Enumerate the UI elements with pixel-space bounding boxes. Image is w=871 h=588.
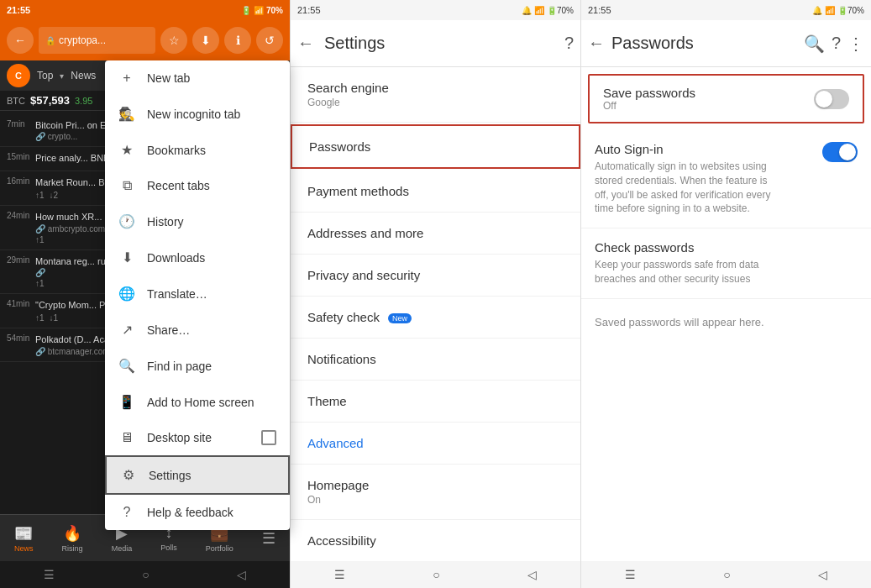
sys-recent-2[interactable]: ☰	[334, 568, 345, 581]
status-icons-3: 🔔 📶 🔋70%	[812, 6, 864, 15]
notification-icon-3: 🔔	[812, 6, 822, 15]
settings-back-button[interactable]: ←	[297, 34, 314, 53]
bookmark-button[interactable]: ☆	[160, 27, 187, 54]
dropdown-menu: + New tab 🕵 New incognito tab ★ Bookmark…	[105, 60, 290, 530]
downloads-icon: ⬇	[118, 249, 135, 265]
download-button[interactable]: ⬇	[192, 27, 219, 54]
sys-home-2[interactable]: ○	[433, 568, 439, 581]
passwords-header: ← Passwords 🔍 ? ⋮	[581, 20, 871, 67]
share-icon: ↗	[118, 322, 135, 338]
new-tab-icon: +	[118, 71, 135, 86]
nav-menu[interactable]: ☰	[262, 529, 275, 548]
check-passwords-title: Check passwords	[595, 240, 779, 255]
passwords-help-button[interactable]: ?	[832, 34, 841, 53]
nav-news[interactable]: 📰 News	[14, 524, 34, 553]
battery-icon-2: 🔋70%	[547, 6, 574, 15]
battery-icon-1: 🔋	[241, 6, 251, 15]
passwords-more-button[interactable]: ⋮	[847, 34, 864, 54]
time-3: 21:55	[588, 5, 611, 15]
settings-icon: ⚙	[120, 467, 137, 483]
rising-icon: 🔥	[63, 524, 81, 543]
auto-sign-in-toggle[interactable]	[822, 142, 858, 162]
menu-help-feedback[interactable]: ? Help & feedback	[105, 495, 290, 530]
auto-sign-in-toggle-thumb	[839, 144, 856, 160]
history-icon: 🕐	[118, 213, 135, 229]
auto-sign-in-option[interactable]: Auto Sign-in Automatically sign in to we…	[581, 130, 871, 228]
menu-history[interactable]: 🕐 History	[105, 203, 290, 239]
check-passwords-option[interactable]: Check passwords Keep your passwords safe…	[581, 228, 871, 299]
nav-rising-label: Rising	[62, 544, 83, 553]
settings-header: ← Settings ?	[291, 20, 580, 67]
menu-bookmarks[interactable]: ★ Bookmarks	[105, 132, 290, 168]
sys-back-2[interactable]: ◁	[527, 568, 537, 581]
settings-privacy-security[interactable]: Privacy and security	[291, 255, 580, 297]
status-icons-2: 🔔 📶 🔋70%	[522, 6, 574, 15]
settings-theme[interactable]: Theme	[291, 381, 580, 423]
status-bar-3: 21:55 🔔 📶 🔋70%	[581, 0, 871, 20]
menu-new-incognito-tab[interactable]: 🕵 New incognito tab	[105, 96, 290, 132]
save-passwords-status: Off	[603, 100, 695, 112]
browser-toolbar: ← 🔒 cryptopa... ☆ ⬇ ℹ ↺	[0, 20, 290, 60]
sys-recent-1[interactable]: ☰	[44, 568, 55, 581]
status-bar-1: 21:55 🔋 📶 70%	[0, 0, 290, 20]
settings-notifications[interactable]: Notifications	[291, 339, 580, 381]
signal-icon-1: 📶	[254, 6, 264, 15]
menu-add-to-home[interactable]: 📱 Add to Home screen	[105, 384, 290, 420]
settings-addresses[interactable]: Addresses and more	[291, 213, 580, 255]
new-badge: New	[388, 313, 412, 323]
settings-homepage[interactable]: Homepage On	[291, 465, 580, 520]
save-passwords-toggle-thumb	[816, 91, 832, 108]
url-bar[interactable]: 🔒 cryptopa...	[39, 27, 155, 54]
menu-share[interactable]: ↗ Share…	[105, 312, 290, 348]
incognito-icon: 🕵	[118, 106, 135, 122]
passwords-search-button[interactable]: 🔍	[804, 34, 825, 54]
settings-help-button[interactable]: ?	[564, 34, 574, 53]
settings-payment-methods[interactable]: Payment methods	[291, 171, 580, 213]
saved-passwords-placeholder: Saved passwords will appear here.	[581, 299, 871, 345]
desktop-icon: 🖥	[118, 430, 135, 445]
sys-nav-2: ☰ ○ ◁	[291, 561, 580, 588]
sys-home-1[interactable]: ○	[142, 568, 149, 581]
tab-news-label[interactable]: News	[71, 70, 96, 81]
nav-rising[interactable]: 🔥 Rising	[62, 524, 83, 553]
info-button[interactable]: ℹ	[224, 27, 251, 54]
signal-icon-2: 📶	[534, 6, 544, 15]
desktop-site-checkbox[interactable]	[261, 430, 276, 445]
status-icons-1: 🔋 📶 70%	[241, 6, 283, 15]
signal-icon-3: 📶	[825, 6, 835, 15]
menu-desktop-site[interactable]: 🖥 Desktop site	[105, 420, 290, 455]
notification-icon-2: 🔔	[522, 6, 532, 15]
battery-icon-3: 🔋70%	[837, 6, 864, 15]
settings-passwords[interactable]: Passwords	[291, 124, 580, 169]
sys-home-3[interactable]: ○	[723, 568, 730, 581]
panel-passwords: 21:55 🔔 📶 🔋70% ← Passwords 🔍 ? ⋮ Save pa…	[580, 0, 871, 588]
status-bar-2: 21:55 🔔 📶 🔋70%	[291, 0, 580, 20]
settings-title: Settings	[324, 34, 554, 53]
auto-sign-in-desc: Automatically sign in to websites using …	[595, 160, 779, 216]
passwords-back-button[interactable]: ←	[588, 34, 605, 53]
sys-recent-3[interactable]: ☰	[625, 568, 636, 581]
settings-list: Search engine Google Passwords Payment m…	[291, 67, 580, 561]
settings-advanced[interactable]: Advanced	[291, 423, 580, 465]
menu-settings[interactable]: ⚙ Settings	[105, 455, 290, 495]
sys-back-1[interactable]: ◁	[237, 568, 246, 581]
url-text: cryptopa...	[59, 34, 106, 46]
refresh-button[interactable]: ↺	[256, 27, 283, 54]
menu-find-in-page[interactable]: 🔍 Find in page	[105, 348, 290, 384]
btc-price: $57,593	[30, 94, 70, 107]
settings-safety-check[interactable]: Safety check New	[291, 297, 580, 339]
menu-translate[interactable]: 🌐 Translate…	[105, 276, 290, 312]
sys-back-3[interactable]: ◁	[818, 568, 827, 581]
nav-polls-label: Polls	[160, 543, 177, 552]
tab-top-label[interactable]: Top	[37, 70, 53, 81]
save-passwords-toggle[interactable]	[814, 89, 849, 109]
menu-new-tab[interactable]: + New tab	[105, 60, 290, 96]
settings-accessibility[interactable]: Accessibility	[291, 520, 580, 561]
settings-search-engine[interactable]: Search engine Google	[291, 67, 580, 123]
menu-icon: ☰	[262, 529, 275, 548]
panel-settings: 21:55 🔔 📶 🔋70% ← Settings ? Search engin…	[290, 0, 580, 588]
back-button[interactable]: ←	[7, 27, 34, 54]
news-icon: 📰	[14, 524, 33, 543]
menu-recent-tabs[interactable]: ⧉ Recent tabs	[105, 168, 290, 203]
menu-downloads[interactable]: ⬇ Downloads	[105, 239, 290, 276]
